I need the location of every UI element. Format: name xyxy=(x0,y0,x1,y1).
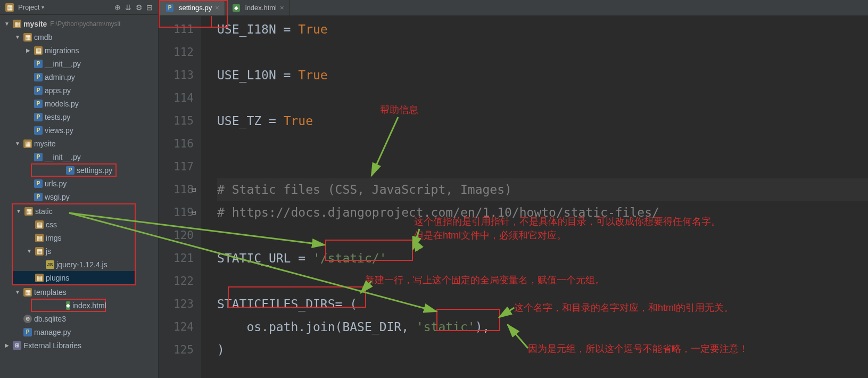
editor-tabs: P settings.py × ◆ index.html × xyxy=(159,0,868,16)
collapse-icon[interactable]: ⇊ xyxy=(123,2,134,13)
expander-icon[interactable]: ▼ xyxy=(15,208,22,214)
sidebar-header: ▦ Project ▾ ⊕ ⇊ ⚙ ⊟ xyxy=(0,0,158,15)
editor-area: P settings.py × ◆ index.html × 111 112 1… xyxy=(159,0,868,378)
tree-item-cmdb[interactable]: ▼ ▦ cmdb xyxy=(0,30,158,44)
library-icon: ⊞ xyxy=(13,341,21,350)
expander-icon[interactable]: ▼ xyxy=(14,289,21,295)
tree-item-plugins[interactable]: ▦ plugins xyxy=(13,271,135,284)
expander-icon[interactable]: ▼ xyxy=(14,34,21,40)
tree-item-index[interactable]: ◆ index.html xyxy=(31,299,106,312)
expander-icon[interactable]: ▶ xyxy=(3,342,11,348)
annotation-pointer2: 但是在html文件中，必须和它对应。 xyxy=(414,229,566,242)
folder-icon: ▦ xyxy=(35,234,44,242)
annotation-dirname: 这个名字，和目录的名字对应，和html的引用无关。 xyxy=(514,301,733,314)
sidebar-title: Project xyxy=(18,3,39,11)
folder-icon: ▦ xyxy=(24,207,33,216)
tree-item-manage[interactable]: P manage.py xyxy=(0,325,158,339)
annotation-pointer1: 这个值指的是引用指针，不是具体的目录，可以改成你想要得任何名字。 xyxy=(414,215,721,228)
tree-item-static[interactable]: ▼ ▦ static xyxy=(13,204,135,218)
code-area[interactable]: USE_I18N = True USE_L10N = True USE_TZ =… xyxy=(201,16,868,378)
editor-body[interactable]: 111 112 113 114 115 116 117 118 119 120 … xyxy=(159,16,868,378)
python-file-icon: P xyxy=(23,328,32,336)
tree-item-jquery[interactable]: JS jquery-1.12.4.js xyxy=(13,258,135,271)
hide-icon[interactable]: ⊟ xyxy=(144,2,155,13)
python-file-icon: P xyxy=(34,193,43,201)
annotation-help: 帮助信息 xyxy=(380,103,418,116)
fold-icon[interactable]: ⊟ xyxy=(192,178,196,201)
close-icon[interactable]: × xyxy=(280,4,284,12)
annotation-newline: 新建一行，写上这个固定的全局变量名，赋值一个元组。 xyxy=(365,274,605,286)
python-file-icon: P xyxy=(34,73,43,81)
expander-icon[interactable]: ▶ xyxy=(24,47,32,53)
tab-label: index.html xyxy=(245,4,277,12)
folder-icon: ▦ xyxy=(23,288,32,297)
python-file-icon: P xyxy=(34,126,43,135)
python-file-icon: P xyxy=(34,113,43,121)
python-file-icon: P xyxy=(34,60,43,68)
html-file-icon: ◆ xyxy=(66,301,70,310)
expander-icon[interactable]: ▼ xyxy=(3,21,11,27)
project-tree: ▼ ▦ mysite F:\Python\pycharm\mysit ▼ ▦ c… xyxy=(0,15,158,378)
tree-item-migrations[interactable]: ▶ ▦ migrations xyxy=(0,44,158,57)
expander-icon[interactable]: ▼ xyxy=(26,248,33,254)
package-icon: ▦ xyxy=(34,46,43,55)
tree-item-settings[interactable]: P settings.py xyxy=(31,163,117,177)
project-sidebar: ▦ Project ▾ ⊕ ⇊ ⚙ ⊟ ▼ ▦ mysite F:\Python… xyxy=(0,0,159,378)
tab-settings[interactable]: P settings.py × xyxy=(159,0,225,15)
package-icon: ▦ xyxy=(23,139,32,148)
tree-item-js[interactable]: ▼ ▦ js xyxy=(13,244,135,258)
python-file-icon: P xyxy=(34,179,43,188)
package-icon: ▦ xyxy=(23,33,32,42)
python-file-icon: P xyxy=(166,4,173,12)
python-file-icon: P xyxy=(34,153,43,161)
tree-item-wsgi[interactable]: P wsgi.py xyxy=(0,190,158,203)
tree-item-admin[interactable]: P admin.py xyxy=(0,70,158,84)
database-icon: ⊜ xyxy=(23,315,32,323)
tree-item-apps[interactable]: P apps.py xyxy=(0,84,158,97)
python-file-icon: P xyxy=(66,166,75,175)
fold-icon[interactable]: ⊟ xyxy=(192,201,196,224)
tree-item-urls[interactable]: P urls.py xyxy=(0,177,158,190)
tree-root[interactable]: ▼ ▦ mysite F:\Python\pycharm\mysit xyxy=(0,17,158,30)
tree-item-mysite[interactable]: ▼ ▦ mysite xyxy=(0,137,158,150)
tree-item-extlib[interactable]: ▶ ⊞ External Libraries xyxy=(0,339,158,352)
js-file-icon: JS xyxy=(46,260,54,269)
folder-icon: ▦ xyxy=(35,247,44,256)
folder-icon: ▦ xyxy=(35,220,44,229)
close-icon[interactable]: × xyxy=(215,4,219,12)
folder-icon: ▦ xyxy=(13,20,21,28)
tab-label: settings.py xyxy=(179,4,212,12)
chevron-down-icon[interactable]: ▾ xyxy=(42,4,44,10)
tree-item-models[interactable]: P models.py xyxy=(0,97,158,110)
html-file-icon: ◆ xyxy=(233,4,240,12)
expander-icon[interactable]: ▼ xyxy=(14,141,21,146)
python-file-icon: P xyxy=(34,100,43,108)
tree-item-init2[interactable]: P __init__.py xyxy=(0,150,158,163)
folder-icon: ▦ xyxy=(35,274,44,282)
tree-item-tests[interactable]: P tests.py xyxy=(0,110,158,124)
gear-icon[interactable]: ⚙ xyxy=(134,2,144,13)
tree-item-db[interactable]: ⊜ db.sqlite3 xyxy=(0,312,158,325)
tree-item-css[interactable]: ▦ css xyxy=(13,218,135,231)
annotation-tuple: 因为是元组，所以这个逗号不能省略，一定要注意！ xyxy=(528,342,748,355)
project-icon: ▦ xyxy=(5,3,14,12)
tree-item-init[interactable]: P __init__.py xyxy=(0,57,158,70)
tab-index[interactable]: ◆ index.html × xyxy=(225,0,290,15)
tree-item-templates[interactable]: ▼ ▦ templates xyxy=(0,285,158,299)
python-file-icon: P xyxy=(34,86,43,95)
locate-icon[interactable]: ⊕ xyxy=(112,2,123,13)
tree-item-imgs[interactable]: ▦ imgs xyxy=(13,231,135,244)
tree-item-views[interactable]: P views.py xyxy=(0,124,158,137)
